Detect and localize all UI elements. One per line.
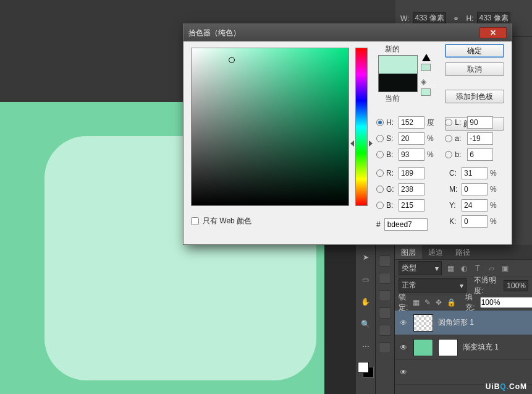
width-input[interactable] [413,12,446,25]
radio-a[interactable] [445,135,452,142]
filter-type-icon[interactable]: T [473,263,483,273]
dialog-titlebar[interactable]: 拾色器（纯色） ✕ [184,24,512,41]
filter-shape-icon[interactable]: ▱ [486,263,496,273]
current-color-swatch[interactable] [379,74,417,92]
lock-transparent-icon[interactable]: ▦ [413,298,420,307]
add-to-swatches-button[interactable]: 添加到色板 [445,90,504,103]
lock-position-icon[interactable]: ✥ [436,298,442,307]
radio-rgb-b[interactable] [376,202,384,209]
collapsed-panels-strip [376,244,394,394]
visibility-eye-icon[interactable]: 👁 [399,343,408,353]
lock-label: 锁定: [399,292,408,313]
collapsed-panel-icon[interactable] [379,342,391,353]
k-input[interactable] [462,215,488,228]
hue-slider[interactable] [355,48,368,206]
web-only-label: 只有 Web 颜色 [203,216,251,226]
blend-mode-select[interactable]: 正常▾ [399,278,467,293]
lock-all-icon[interactable]: 🔒 [447,298,455,307]
s-input[interactable] [399,132,424,145]
layer-row-selected[interactable]: 👁 圆角矩形 1 [395,310,532,335]
b-hsb-input[interactable] [399,148,424,161]
edit-toolbar-icon[interactable]: ⋯ [359,340,373,353]
gamut-warning-swatch[interactable] [421,64,431,71]
layer-thumb[interactable] [413,339,433,356]
radio-h[interactable] [376,119,384,126]
hex-prefix: # [376,220,381,229]
websafe-swatch[interactable] [421,88,431,96]
cmyk-fields: C:% M:% Y:% K:% [449,165,509,229]
layer-thumb[interactable] [413,314,433,332]
h-input[interactable] [399,116,424,129]
panel-tabs: 图层 通道 路径 [395,245,532,260]
y-input[interactable] [462,199,488,212]
l-input[interactable] [467,116,493,129]
web-only-checkbox[interactable] [191,217,199,225]
opacity-input[interactable] [504,280,528,291]
lab-b-input[interactable] [467,148,493,161]
radio-lab-b[interactable] [445,151,452,158]
foreground-background-swatch[interactable] [358,362,374,378]
radio-l[interactable] [445,119,452,126]
radio-r[interactable] [376,169,384,177]
hand-tool-icon[interactable]: ✋ [359,295,373,309]
collapsed-panel-icon[interactable] [379,290,391,301]
layer-name: 圆角矩形 1 [438,317,474,328]
new-color-label: 新的 [385,44,400,54]
cancel-button[interactable]: 取消 [445,62,504,76]
r-input[interactable] [399,167,424,179]
rect-tool-icon[interactable]: ▭ [359,273,373,286]
lock-fill-row: 锁定: ▦ ✎ ✥ 🔒 填充: [395,294,532,310]
filter-pixel-icon[interactable]: ▦ [445,263,455,273]
close-icon: ✕ [490,28,496,37]
layer-row[interactable]: 👁 渐变填充 1 [395,335,532,360]
collapsed-panel-icon[interactable] [379,273,391,284]
websafe-cube-icon[interactable]: ◈ [421,77,429,86]
current-color-label: 当前 [385,93,400,104]
c-input[interactable] [462,167,488,179]
radio-g[interactable] [376,186,384,193]
layer-name: 渐变填充 1 [463,342,499,353]
web-only-row: 只有 Web 颜色 [191,216,251,226]
visibility-eye-icon[interactable]: 👁 [399,367,408,377]
m-input[interactable] [462,183,488,195]
visibility-eye-icon[interactable]: 👁 [399,318,408,328]
layer-filter-row: 类型▾ ▦ ◐ T ▱ ▣ [395,260,532,277]
a-input[interactable] [467,132,493,145]
saturation-value-field[interactable] [191,48,349,206]
g-input[interactable] [399,183,424,195]
dialog-title: 拾色器（纯色） [188,28,479,38]
filter-smart-icon[interactable]: ▣ [500,263,510,273]
collapsed-panel-icon[interactable] [379,325,391,336]
foreground-color-swatch[interactable] [358,362,369,373]
ok-button[interactable]: 确定 [445,44,504,58]
collapsed-panel-icon[interactable] [379,307,391,319]
radio-s[interactable] [376,135,384,142]
pointer-icon[interactable]: ➤ [359,251,373,264]
tools-strip: ➤ ▭ ✋ 🔍 ⋯ [356,244,376,394]
color-preview [378,55,418,92]
hex-input[interactable] [384,218,428,231]
link-wh-icon[interactable]: ⚭ [450,14,462,23]
close-button[interactable]: ✕ [479,27,507,38]
height-input[interactable] [477,12,510,25]
blend-opacity-row: 正常▾ 不透明度: [395,277,532,294]
tab-channels[interactable]: 通道 [422,245,449,259]
radio-b[interactable] [376,151,384,158]
filter-adjust-icon[interactable]: ◐ [459,263,469,273]
rgb-fields: R: G: B: [376,165,444,213]
rgb-b-input[interactable] [399,199,424,212]
layer-mask-thumb[interactable] [438,339,458,356]
filter-kind-select[interactable]: 类型▾ [399,261,442,275]
height-label: H: [466,14,473,23]
fill-input[interactable] [480,297,532,308]
tab-layers[interactable]: 图层 [395,245,422,259]
zoom-tool-icon[interactable]: 🔍 [359,317,373,331]
width-label: W: [400,14,409,23]
gamut-warning-icon[interactable] [422,54,431,61]
watermark: UiBQ.CoM [486,380,527,392]
lock-pixels-icon[interactable]: ✎ [424,298,431,307]
collapsed-panel-icon[interactable] [379,255,391,267]
tab-paths[interactable]: 路径 [449,245,476,259]
dialog-body: 新的 当前 ◈ 确定 取消 添加到色板 颜色库 H:度 S:% B:% L: [184,41,512,246]
color-picker-dialog: 拾色器（纯色） ✕ 新的 当前 ◈ 确定 取消 添加到色板 颜色库 H:度 [183,24,512,245]
